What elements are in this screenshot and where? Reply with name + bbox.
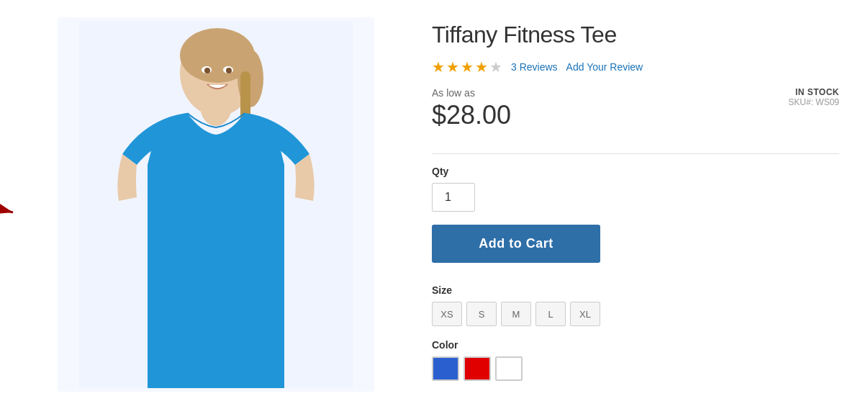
color-swatch-red[interactable] <box>464 356 491 381</box>
star-5: ★ <box>489 58 502 76</box>
add-to-cart-row: Add to Cart <box>432 225 839 263</box>
product-image-area <box>29 14 403 395</box>
star-rating: ★ ★ ★ ★ ★ <box>432 58 502 76</box>
product-title: Tiffany Fitness Tee <box>432 22 839 48</box>
price-section: As low as $28.00 <box>432 87 511 130</box>
rating-row: ★ ★ ★ ★ ★ 3 Reviews Add Your Review <box>432 58 839 76</box>
reviews-count-link[interactable]: 3 Reviews <box>511 61 558 73</box>
product-details: Tiffany Fitness Tee ★ ★ ★ ★ ★ 3 Reviews … <box>403 14 839 388</box>
size-label: Size <box>432 284 839 296</box>
price-stock-row: As low as $28.00 IN STOCK SKU#: WS09 <box>432 87 839 142</box>
star-2: ★ <box>446 58 459 76</box>
arrow-indicator <box>0 185 22 224</box>
divider <box>432 153 839 154</box>
price-value: $28.00 <box>432 100 511 130</box>
product-image <box>58 17 374 392</box>
size-options: XS S M L XL <box>432 302 839 326</box>
size-option-l[interactable]: L <box>535 302 566 326</box>
size-option-s[interactable]: S <box>466 302 497 326</box>
qty-input[interactable] <box>432 183 475 212</box>
page-container: Tiffany Fitness Tee ★ ★ ★ ★ ★ 3 Reviews … <box>0 0 868 409</box>
svg-point-9 <box>226 68 232 73</box>
sku-info: SKU#: WS09 <box>788 97 839 107</box>
add-review-link[interactable]: Add Your Review <box>566 61 643 73</box>
star-4: ★ <box>475 58 488 76</box>
qty-label: Qty <box>432 166 839 177</box>
stock-status: IN STOCK <box>788 87 839 97</box>
svg-point-8 <box>204 68 210 73</box>
star-3: ★ <box>461 58 474 76</box>
qty-section: Qty <box>432 166 839 212</box>
size-section: Size XS S M L XL <box>432 284 839 326</box>
as-low-as-label: As low as <box>432 87 511 99</box>
color-swatch-white[interactable] <box>495 356 523 381</box>
svg-line-11 <box>0 192 13 212</box>
sku-prefix: SKU#: <box>788 97 813 107</box>
size-option-xl[interactable]: XL <box>570 302 600 326</box>
color-section: Color <box>432 339 839 381</box>
size-option-m[interactable]: M <box>501 302 531 326</box>
size-option-xs[interactable]: XS <box>432 302 462 326</box>
color-swatch-blue[interactable] <box>432 356 459 381</box>
color-options <box>432 356 839 381</box>
add-to-cart-button[interactable]: Add to Cart <box>432 225 600 263</box>
sku-value: WS09 <box>815 97 839 107</box>
color-label: Color <box>432 339 839 351</box>
stock-info: IN STOCK SKU#: WS09 <box>788 87 839 107</box>
star-1: ★ <box>432 58 445 76</box>
